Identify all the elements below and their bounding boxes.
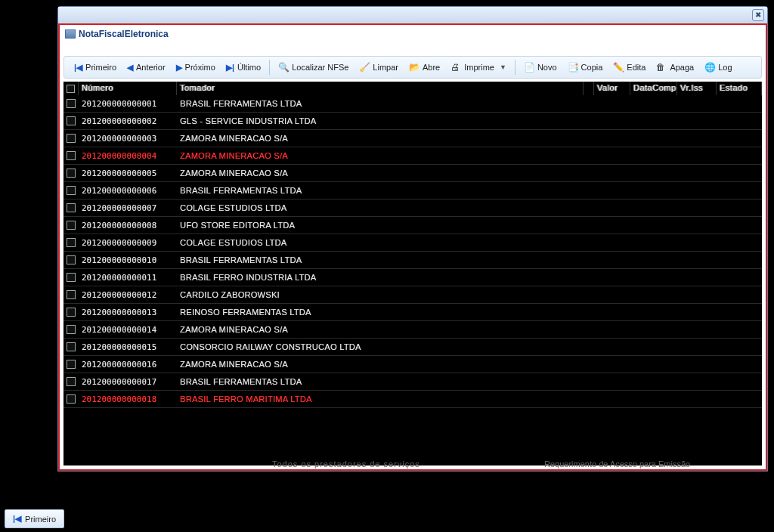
delete-icon: [656, 62, 667, 73]
row-select[interactable]: [63, 203, 79, 212]
table-row[interactable]: 201200000000011BRASIL FERRO INDUSTRIA LT…: [63, 269, 762, 286]
cell-numero: 201200000000007: [79, 203, 177, 212]
copy-icon: [568, 62, 578, 73]
delete-button[interactable]: Apaga: [651, 60, 699, 75]
first-icon: |◀: [74, 63, 82, 73]
print-button[interactable]: Imprime ▼: [445, 60, 512, 75]
edit-button[interactable]: Edita: [608, 60, 651, 75]
cell-tomador: COLAGE ESTUDIOS LTDA: [177, 203, 584, 212]
close-button[interactable]: ✖: [752, 9, 764, 21]
new-button[interactable]: Novo: [519, 60, 562, 75]
print-label: Imprime: [464, 63, 494, 72]
previous-button[interactable]: ◀ Anterior: [122, 60, 171, 75]
table-row[interactable]: 201200000000012CARDILO ZABOROWSKI: [63, 286, 762, 304]
col-blank[interactable]: [584, 82, 594, 95]
table-row[interactable]: 201200000000017BRASIL FERRAMENTAS LTDA: [63, 373, 762, 391]
toolbar: |◀ Primeiro ◀ Anterior ▶ Próximo ▶| Últi…: [63, 56, 762, 79]
row-select[interactable]: [63, 308, 79, 317]
row-select[interactable]: [63, 151, 79, 160]
row-select[interactable]: [63, 221, 79, 230]
row-select[interactable]: [63, 290, 79, 299]
table-row[interactable]: 201200000000001BRASIL FERRAMENTAS LTDA: [63, 95, 762, 113]
table-row[interactable]: 201200000000004ZAMORA MINERACAO S/A: [63, 147, 762, 165]
row-select[interactable]: [63, 394, 79, 404]
find-label: Localizar NFSe: [292, 63, 348, 72]
open-icon: [409, 62, 420, 73]
cell-numero: 201200000000005: [79, 169, 177, 178]
row-select[interactable]: [63, 169, 79, 178]
table-row[interactable]: 201200000000013REINOSO FERRAMENTAS LTDA: [63, 304, 762, 321]
cell-tomador: BRASIL FERRO MARITIMA LTDA: [177, 394, 584, 404]
next-button[interactable]: ▶ Próximo: [171, 60, 221, 75]
col-estado[interactable]: Estado: [717, 82, 762, 95]
row-select[interactable]: [63, 186, 79, 195]
cell-numero: 201200000000015: [79, 342, 177, 351]
row-select[interactable]: [63, 342, 79, 351]
table-row[interactable]: 201200000000005ZAMORA MINERACAO S/A: [63, 165, 762, 182]
cell-tomador: UFO STORE EDITORA LTDA: [177, 221, 584, 230]
cell-tomador: ZAMORA MINERACAO S/A: [177, 169, 584, 178]
row-select[interactable]: [63, 360, 79, 369]
table-row[interactable]: 201200000000014ZAMORA MINERACAO S/A: [63, 321, 762, 339]
row-select[interactable]: [63, 99, 79, 108]
grid-body: 201200000000001BRASIL FERRAMENTAS LTDA20…: [63, 95, 762, 408]
grid-header: Número Tomador Valor DataComp Vr.Iss Est…: [63, 82, 762, 95]
inner-titlebar: NotaFiscalEletronica: [60, 26, 765, 42]
col-select[interactable]: [63, 82, 79, 95]
toolbar-sep: [269, 60, 270, 75]
cell-numero: 201200000000018: [79, 394, 177, 404]
col-datacomp[interactable]: DataComp: [630, 82, 677, 95]
col-vriss[interactable]: Vr.Iss: [677, 82, 717, 95]
row-select[interactable]: [63, 377, 79, 386]
edit-label: Edita: [627, 63, 646, 72]
table-row[interactable]: 201200000000007COLAGE ESTUDIOS LTDA: [63, 200, 762, 217]
row-select[interactable]: [63, 116, 79, 125]
copy-label: Copia: [581, 63, 603, 72]
table-row[interactable]: 201200000000016ZAMORA MINERACAO S/A: [63, 356, 762, 373]
cell-tomador: GLS - SERVICE INDUSTRIA LTDA: [177, 116, 584, 125]
table-row[interactable]: 201200000000008UFO STORE EDITORA LTDA: [63, 217, 762, 234]
log-button[interactable]: Log: [699, 60, 737, 75]
row-select[interactable]: [63, 238, 79, 247]
first-icon: |◀: [13, 514, 21, 524]
row-select[interactable]: [63, 325, 79, 334]
copy-button[interactable]: Copia: [562, 60, 608, 75]
search-icon: [278, 62, 289, 73]
clear-button[interactable]: Limpar: [354, 60, 404, 75]
row-select[interactable]: [63, 273, 79, 282]
col-valor[interactable]: Valor: [594, 82, 630, 95]
row-select[interactable]: [63, 255, 79, 264]
last-label: Último: [237, 63, 261, 72]
row-select[interactable]: [63, 134, 79, 143]
standalone-first-button[interactable]: |◀ Primeiro: [5, 509, 64, 528]
table-row[interactable]: 201200000000015CONSORCIO RAILWAY CONSTRU…: [63, 339, 762, 356]
last-button[interactable]: ▶| Último: [221, 60, 266, 75]
cell-numero: 201200000000003: [79, 134, 177, 143]
cell-tomador: REINOSO FERRAMENTAS LTDA: [177, 308, 584, 317]
col-numero[interactable]: Número: [79, 82, 177, 95]
table-row[interactable]: 201200000000018BRASIL FERRO MARITIMA LTD…: [63, 391, 762, 408]
cell-numero: 201200000000001: [79, 99, 177, 108]
open-button[interactable]: Abre: [404, 60, 445, 75]
table-row[interactable]: 201200000000002GLS - SERVICE INDUSTRIA L…: [63, 113, 762, 130]
cell-numero: 201200000000009: [79, 238, 177, 247]
table-row[interactable]: 201200000000003ZAMORA MINERACAO S/A: [63, 130, 762, 147]
table-row[interactable]: 201200000000009COLAGE ESTUDIOS LTDA: [63, 234, 762, 252]
app-window: ✖ NotaFiscalEletronica |◀ Primeiro ◀ Ant…: [57, 6, 768, 472]
cell-numero: 201200000000016: [79, 360, 177, 369]
clear-label: Limpar: [373, 63, 398, 72]
table-row[interactable]: 201200000000006BRASIL FERRAMENTAS LTDA: [63, 182, 762, 200]
cell-numero: 201200000000002: [79, 116, 177, 125]
log-icon: [704, 62, 715, 73]
first-button[interactable]: |◀ Primeiro: [69, 60, 122, 75]
form-icon: [65, 29, 76, 39]
col-tomador[interactable]: Tomador: [177, 82, 584, 95]
previous-label: Anterior: [136, 63, 166, 72]
toolbar-sep: [515, 60, 515, 75]
table-row[interactable]: 201200000000010BRASIL FERRAMENTAS LTDA: [63, 252, 762, 269]
delete-label: Apaga: [670, 63, 694, 72]
cell-tomador: CONSORCIO RAILWAY CONSTRUCAO LTDA: [177, 342, 584, 351]
find-nfse-button[interactable]: Localizar NFSe: [273, 60, 354, 75]
footer-text-b: Requerimento de Acesso para Emissão: [544, 459, 690, 469]
cell-tomador: BRASIL FERRAMENTAS LTDA: [177, 255, 584, 264]
